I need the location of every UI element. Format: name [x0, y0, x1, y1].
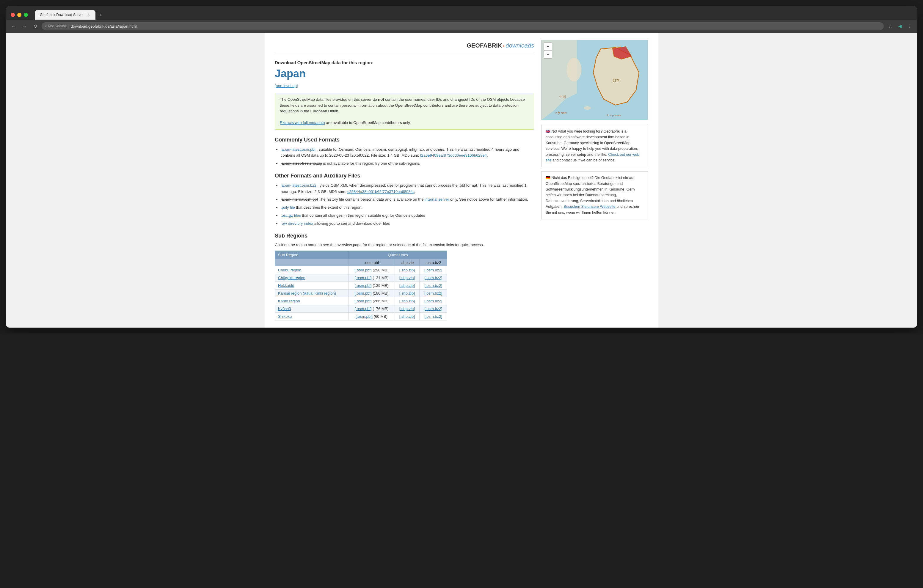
site-header: GEOFABRIK✦downloads — [275, 40, 534, 54]
map-svg: 中国 Việt Nam Philippines 日本 — [542, 40, 648, 120]
sub-region-link[interactable]: Kantō region — [278, 299, 300, 303]
shp-link[interactable]: [.shp.zip] — [399, 283, 415, 288]
traffic-lights — [11, 13, 28, 17]
sub-regions-heading: Sub Regions — [275, 233, 534, 239]
pbf-link[interactable]: [.osm.pbf] — [356, 314, 373, 319]
svg-text:Philippines: Philippines — [607, 113, 621, 117]
logo-star: ✦ — [502, 44, 506, 48]
sub-region-link[interactable]: Shikoku — [278, 314, 292, 319]
sub-region-link[interactable]: Hokkaidō — [278, 283, 294, 288]
close-button[interactable] — [11, 13, 15, 17]
table-row: Chūbu region [.osm.pbf] (298 MB) [.shp.z… — [275, 266, 447, 274]
bz2-link[interactable]: [.osm.bz2] — [424, 314, 442, 319]
shp-link[interactable]: [.shp.zip] — [399, 291, 415, 296]
shp-link[interactable]: [.shp.zip] — [399, 268, 415, 272]
sub-regions-table: Sub Region Quick Links .osm.pbf .shp.zip… — [275, 251, 447, 320]
flag-de: 🇩🇪 — [546, 176, 550, 180]
col-quick-links: Quick Links — [348, 251, 447, 259]
notice-box: The OpenStreetMap data files provided on… — [275, 93, 534, 130]
website-link-de[interactable]: Besuchen Sie unsere Webseite — [563, 205, 615, 209]
back-button[interactable]: ← — [10, 22, 18, 30]
url-separator: | — [68, 24, 69, 28]
osm-pbf-link[interactable]: japan-latest.osm.pbf — [281, 147, 315, 152]
shp-link[interactable]: [.shp.zip] — [399, 307, 415, 311]
extracts-link[interactable]: Extracts with full metadata — [280, 120, 325, 125]
zoom-out-button[interactable]: − — [544, 51, 552, 58]
sub-regions-intro: Click on the region name to see the over… — [275, 243, 534, 247]
pbf-link[interactable]: [.osm.pbf] — [355, 291, 372, 296]
active-tab[interactable]: Geofabrik Download Server ✕ — [35, 10, 95, 20]
refresh-button[interactable]: ↻ — [31, 22, 39, 30]
map-container: + − 中国 Việt Na — [541, 40, 648, 120]
list-item: .osc.gz files that contain all changes i… — [281, 213, 534, 219]
raw-directory-link[interactable]: raw directory index — [281, 221, 313, 226]
osc-gz-link[interactable]: .osc.gz files — [281, 213, 301, 218]
osm-bz2-link[interactable]: japan-latest.osm.bz2 — [281, 183, 316, 187]
md5-link[interactable]: f2a6e9409eaf873ddd6eee3106b628e4 — [420, 153, 487, 158]
map-zoom-controls: + − — [544, 43, 552, 59]
forward-button[interactable]: → — [20, 22, 28, 30]
svg-text:Việt Nam: Việt Nam — [555, 111, 567, 115]
pbf-link[interactable]: [.osm.pbf] — [355, 276, 372, 280]
pbf-link[interactable]: [.osm.pbf] — [355, 307, 372, 311]
col-osm-pbf: .osm.pbf — [348, 259, 394, 266]
table-row: Kantō region [.osm.pbf] (266 MB) [.shp.z… — [275, 297, 447, 305]
minimize-button[interactable] — [17, 13, 21, 17]
tab-close-icon[interactable]: ✕ — [86, 13, 91, 17]
bz2-link[interactable]: [.osm.bz2] — [424, 276, 442, 280]
sidebar: + − 中国 Việt Na — [541, 40, 648, 320]
sub-region-link[interactable]: Kansai region (a.k.a. Kinki region) — [278, 291, 336, 296]
col-shp-zip: .shp.zip — [394, 259, 420, 266]
notice-bold: not — [378, 97, 384, 102]
list-item: .poly file that describes the extent of … — [281, 205, 534, 211]
shp-link[interactable]: [.shp.zip] — [399, 299, 415, 303]
shp-zip-strikethrough: japan-latest-free.shp.zip — [281, 161, 322, 166]
osh-pbf-strikethrough: japan-internal.osh.pbf — [281, 197, 318, 202]
notice-link-suffix: are available to OpenStreetMap contribut… — [325, 120, 411, 125]
bookmark-button[interactable]: ☆ — [886, 22, 895, 30]
col-sub-region: Sub Region — [275, 251, 349, 259]
pbf-link[interactable]: [.osm.pbf] — [355, 299, 372, 303]
info-box-english: 🇬🇧 Not what you were looking for? Geofab… — [541, 125, 648, 167]
pbf-link[interactable]: [.osm.pbf] — [355, 283, 372, 288]
nav-bar: ← → ↻ ℹ Not Secure | download.geofabrik.… — [6, 20, 917, 33]
page-inner: GEOFABRIK✦downloads Download OpenStreetM… — [265, 33, 658, 328]
svg-text:日本: 日本 — [613, 78, 620, 82]
table-row: Shikoku [.osm.pbf] (60 MB) [.shp.zip] [.… — [275, 312, 447, 320]
bz2-link[interactable]: [.osm.bz2] — [424, 299, 442, 303]
browser-actions: ☆ ◀ ⋮ — [886, 22, 913, 30]
one-level-up-link[interactable]: [one level up] — [275, 84, 298, 88]
list-item: japan-latest.osm.bz2 , yields OSM XML wh… — [281, 182, 534, 195]
svg-point-8 — [584, 106, 591, 110]
logo-brand: GEOFABRIK — [466, 42, 502, 49]
tab-bar: Geofabrik Download Server ✕ + — [35, 10, 912, 20]
zoom-in-button[interactable]: + — [544, 43, 552, 51]
bz2-link[interactable]: [.osm.bz2] — [424, 291, 442, 296]
logo-downloads: downloads — [506, 42, 534, 49]
region-name: Japan — [275, 67, 534, 80]
shp-link[interactable]: [.shp.zip] — [399, 276, 415, 280]
pbf-link[interactable]: [.osm.pbf] — [355, 268, 372, 272]
browser-profile-button[interactable]: ◀ — [896, 22, 904, 30]
shp-link[interactable]: [.shp.zip] — [399, 314, 415, 319]
new-tab-button[interactable]: + — [97, 11, 105, 20]
bz2-link[interactable]: [.osm.bz2] — [424, 307, 442, 311]
not-secure-label: Not Secure — [48, 24, 66, 28]
table-sub-header-row: .osm.pbf .shp.zip .osm.bz2 — [275, 259, 447, 266]
bz2-link[interactable]: [.osm.bz2] — [424, 268, 442, 272]
poly-file-link[interactable]: .poly file — [281, 205, 295, 210]
sub-region-link[interactable]: Chūbu region — [278, 268, 301, 272]
internal-server-link[interactable]: internal server — [425, 197, 449, 202]
sub-region-link[interactable]: Kyūshū — [278, 307, 291, 311]
sub-region-link[interactable]: Chūgoku region — [278, 276, 305, 280]
maximize-button[interactable] — [24, 13, 28, 17]
menu-button[interactable]: ⋮ — [905, 22, 913, 30]
bz2-link[interactable]: [.osm.bz2] — [424, 283, 442, 288]
list-item: japan-latest-free.shp.zip is not availab… — [281, 161, 534, 167]
col-osm-bz2: .osm.bz2 — [420, 259, 447, 266]
info-en-text2: and contact us if we can be of service. — [552, 158, 616, 162]
address-bar[interactable]: ℹ Not Secure | download.geofabrik.de/asi… — [42, 22, 884, 30]
region-label: Download OpenStreetMap data for this reg… — [275, 60, 534, 65]
title-bar: Geofabrik Download Server ✕ + — [6, 6, 917, 20]
bz2-md5-link[interactable]: c25844a38b001b62f77e3710aa68084c — [347, 189, 414, 194]
